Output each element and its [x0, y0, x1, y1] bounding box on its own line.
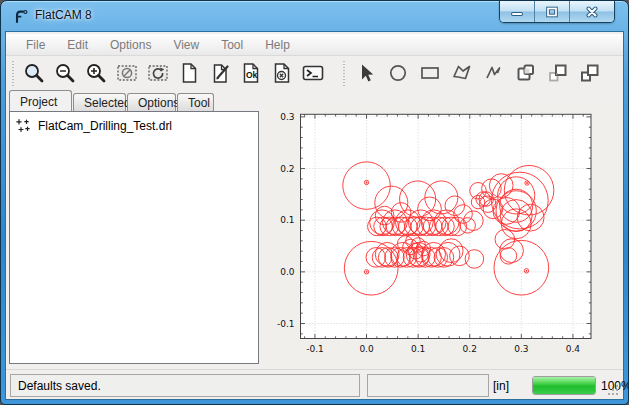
zoom-fit-icon	[22, 61, 46, 85]
tree-item-drill-file[interactable]: FlatCam_Drilling_Test.drl	[16, 118, 258, 134]
statusbar: Defaults saved. [in] 100%	[6, 369, 623, 399]
caption-buttons	[499, 1, 615, 23]
window-title: FlatCAM 8	[35, 8, 92, 22]
menu-help[interactable]: Help	[254, 35, 301, 55]
zoom-fit-button[interactable]	[20, 59, 47, 86]
svg-text:0.1: 0.1	[411, 344, 425, 354]
tab-project[interactable]: Project	[9, 90, 72, 111]
move-objects-button[interactable]	[576, 59, 603, 86]
replot-icon	[146, 61, 170, 85]
polyline-tool-icon	[482, 61, 506, 85]
status-message: Defaults saved.	[18, 379, 101, 393]
draw-polyline-button[interactable]	[480, 59, 507, 86]
clear-plot-button[interactable]	[113, 59, 140, 86]
maximize-button[interactable]	[535, 1, 570, 23]
zoom-out-button[interactable]	[51, 59, 78, 86]
svg-text:-0.1: -0.1	[306, 344, 324, 354]
titlebar[interactable]: FlatCAM 8	[1, 1, 628, 31]
shell-button[interactable]	[299, 59, 326, 86]
cancel-file-button[interactable]	[268, 59, 295, 86]
tab-options[interactable]: Options	[127, 93, 176, 111]
svg-text:0.0: 0.0	[359, 344, 374, 354]
client-area: File Edit Options View Tool Help	[5, 31, 624, 400]
flatcam-window: FlatCAM 8	[0, 0, 629, 405]
new-file-button[interactable]	[175, 59, 202, 86]
menu-view[interactable]: View	[162, 35, 210, 55]
toolbar: Ok	[6, 57, 623, 90]
svg-text:-0.1: -0.1	[277, 319, 295, 329]
svg-text:0.3: 0.3	[514, 344, 528, 354]
toolbar-drag-handle-2[interactable]	[343, 61, 346, 86]
svg-text:Ok: Ok	[246, 70, 258, 80]
copy-geometry-button[interactable]	[544, 59, 571, 86]
zoom-in-button[interactable]	[82, 59, 109, 86]
copy-objects-button[interactable]	[512, 59, 539, 86]
open-file-icon	[208, 61, 232, 85]
status-message-box: Defaults saved.	[10, 374, 360, 397]
new-file-icon	[177, 61, 201, 85]
units-label: [in]	[493, 379, 509, 393]
minimize-button[interactable]	[500, 1, 535, 23]
replot-button[interactable]	[144, 59, 171, 86]
accept-file-icon: Ok	[239, 61, 263, 85]
draw-polygon-button[interactable]	[448, 59, 475, 86]
menubar: File Edit Options View Tool Help	[6, 34, 623, 56]
progress-bar	[532, 376, 596, 395]
close-button[interactable]	[570, 1, 614, 23]
plot-canvas[interactable]: -0.10.00.10.20.30.4-0.10.00.10.20.3	[263, 105, 623, 368]
move-objects-icon	[578, 61, 602, 85]
copy-objects-icon	[514, 61, 538, 85]
toolbar-drag-handle[interactable]	[12, 61, 15, 86]
cancel-file-icon	[270, 61, 294, 85]
drill-plot: -0.10.00.10.20.30.4-0.10.00.10.20.3	[263, 105, 623, 368]
svg-text:0.2: 0.2	[463, 344, 477, 354]
resize-grip[interactable]	[606, 383, 620, 397]
draw-circle-button[interactable]	[384, 59, 411, 86]
select-arrow-icon	[354, 61, 378, 85]
status-field-2	[367, 374, 489, 397]
tree-item-label: FlatCam_Drilling_Test.drl	[38, 119, 172, 133]
zoom-out-icon	[53, 61, 77, 85]
menu-tool[interactable]: Tool	[210, 35, 254, 55]
menu-edit[interactable]: Edit	[56, 35, 99, 55]
svg-text:0.0: 0.0	[280, 267, 295, 277]
clear-plot-icon	[115, 61, 139, 85]
rectangle-tool-icon	[418, 61, 442, 85]
polygon-tool-icon	[450, 61, 474, 85]
menu-file[interactable]: File	[15, 35, 56, 55]
project-tree[interactable]: FlatCam_Drilling_Test.drl	[9, 111, 259, 364]
draw-rectangle-button[interactable]	[416, 59, 443, 86]
tab-selected[interactable]: Selected	[73, 93, 126, 111]
svg-text:0.1: 0.1	[280, 215, 294, 225]
progress-fill	[533, 377, 595, 394]
open-file-button[interactable]	[206, 59, 233, 86]
svg-text:0.2: 0.2	[280, 164, 294, 174]
tab-tool[interactable]: Tool	[177, 93, 214, 111]
zoom-in-icon	[84, 61, 108, 85]
copy-geometry-icon	[546, 61, 570, 85]
svg-text:0.4: 0.4	[566, 344, 581, 354]
select-tool-button[interactable]	[352, 59, 379, 86]
drill-marks-icon	[16, 118, 32, 134]
flatcam-logo-icon	[12, 7, 30, 25]
menu-options[interactable]: Options	[99, 35, 162, 55]
circle-tool-icon	[386, 61, 410, 85]
shell-icon	[301, 61, 325, 85]
svg-text:0.3: 0.3	[280, 112, 294, 122]
accept-file-button[interactable]: Ok	[237, 59, 264, 86]
